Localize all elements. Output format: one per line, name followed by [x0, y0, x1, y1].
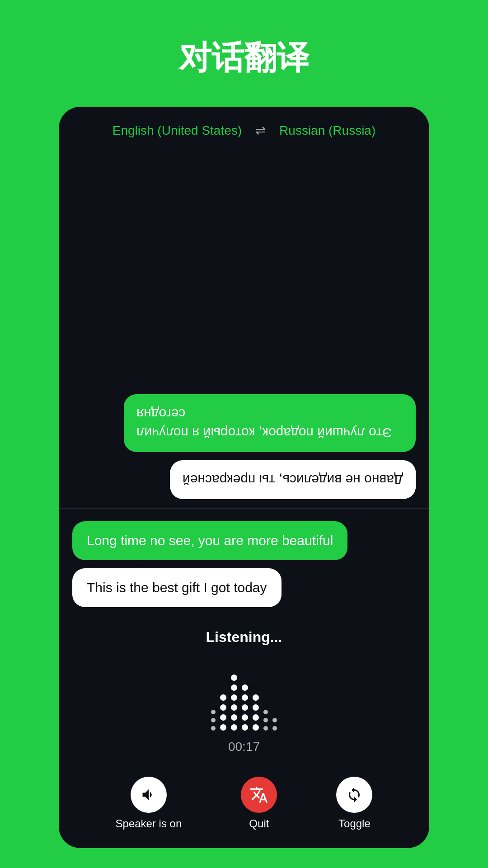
dot — [263, 710, 268, 714]
dot — [253, 694, 259, 701]
bottom-controls: Speaker is on Quit Toggle — [59, 769, 429, 848]
wave-col-1 — [211, 710, 216, 731]
quit-button[interactable] — [241, 777, 277, 813]
wave-col-2 — [220, 694, 226, 731]
dot — [242, 694, 248, 701]
dot — [253, 704, 259, 711]
toggle-control: Toggle — [336, 777, 372, 830]
dot — [220, 724, 226, 731]
dot — [231, 694, 237, 701]
chat-lower: Long time no see, you are more beautiful… — [59, 509, 429, 620]
dot — [272, 726, 277, 731]
waveform — [211, 658, 277, 731]
wave-col-3 — [231, 675, 237, 731]
dot — [220, 714, 226, 721]
toggle-icon — [346, 787, 362, 803]
translate-icon — [249, 785, 268, 804]
dot — [253, 724, 259, 731]
listening-label: Listening... — [206, 629, 282, 646]
dot — [242, 684, 248, 691]
wave-col-5 — [253, 694, 259, 731]
dot — [242, 704, 248, 711]
chat-upper: Это лучший подарок, который я получил се… — [59, 151, 429, 508]
dot — [272, 718, 277, 722]
dot — [231, 714, 237, 721]
speaker-label: Speaker is on — [116, 817, 182, 830]
wave-col-4 — [242, 684, 248, 731]
quit-control: Quit — [241, 777, 277, 830]
speaker-icon — [141, 787, 157, 803]
quit-label: Quit — [249, 817, 269, 830]
dot — [231, 724, 237, 731]
dot — [242, 714, 248, 721]
speaker-button[interactable] — [131, 777, 167, 813]
dot — [231, 684, 237, 691]
lang-right[interactable]: Russian (Russia) — [279, 123, 375, 138]
lower-bubble-white: This is the best gift I got today — [72, 568, 282, 607]
upper-bubble-white: Давно не виделись, ты прекрасней — [170, 460, 416, 499]
dot — [242, 724, 248, 731]
toggle-button[interactable] — [336, 777, 372, 813]
dot — [211, 710, 216, 714]
dot — [263, 718, 268, 722]
dot — [220, 704, 226, 711]
phone-card: English (United States) ⇌ Russian (Russi… — [59, 107, 429, 848]
dot — [231, 704, 237, 711]
wave-col-7 — [272, 718, 277, 731]
dot — [211, 726, 216, 731]
dot — [231, 675, 237, 681]
dot — [220, 694, 226, 701]
dot — [211, 718, 216, 722]
language-header: English (United States) ⇌ Russian (Russi… — [59, 107, 429, 151]
toggle-label: Toggle — [338, 817, 371, 830]
app-title: 对话翻译 — [179, 36, 309, 80]
wave-col-6 — [263, 710, 268, 731]
swap-icon[interactable]: ⇌ — [255, 123, 266, 138]
dot — [253, 714, 259, 721]
lang-left[interactable]: English (United States) — [113, 123, 242, 138]
speaker-control: Speaker is on — [116, 777, 182, 830]
timer: 00:17 — [228, 740, 260, 754]
listening-section: Listening... — [59, 620, 429, 769]
upper-bubble-green: Это лучший подарок, который я получил се… — [124, 394, 416, 452]
dot — [263, 726, 268, 731]
lower-bubble-green: Long time no see, you are more beautiful — [72, 521, 347, 560]
